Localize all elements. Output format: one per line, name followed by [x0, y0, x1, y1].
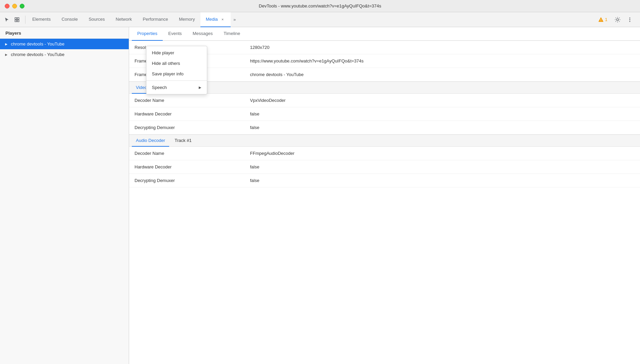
toolbar-icons	[3, 16, 25, 24]
svg-rect-2	[15, 20, 17, 22]
svg-point-5	[617, 19, 619, 21]
audio-decoder-name-key: Decoder Name	[135, 151, 250, 156]
context-menu: Hide player Hide all others Save player …	[146, 46, 207, 94]
audio-decrypting-demuxer-row: Decrypting Demuxer false	[129, 174, 640, 187]
player-item-1[interactable]: ▶ chrome devtools - YouTube	[0, 49, 129, 60]
context-menu-save-player-info[interactable]: Save player info	[146, 69, 207, 79]
video-hardware-decoder-row: Hardware Decoder false	[129, 107, 640, 121]
more-tabs-button[interactable]: »	[231, 12, 238, 27]
player-item-0[interactable]: ▶ chrome devtools - YouTube	[0, 39, 129, 49]
main-toolbar: Elements Console Sources Network Perform…	[0, 12, 640, 27]
sub-tab-bar: Properties Events Messages Timeline	[129, 27, 640, 41]
tab-network[interactable]: Network	[110, 12, 138, 27]
warning-badge[interactable]: ! 1	[595, 16, 610, 24]
video-decoder-name-value: VpxVideoDecoder	[250, 98, 635, 103]
video-decrypting-demuxer-value: false	[250, 125, 635, 130]
main-content: Players ▶ chrome devtools - YouTube ▶ ch…	[0, 27, 640, 364]
sub-tab-messages[interactable]: Messages	[187, 27, 218, 41]
video-hardware-decoder-value: false	[250, 111, 635, 116]
title-bar: DevTools - www.youtube.com/watch?v=e1gAy…	[0, 0, 640, 12]
svg-point-6	[629, 17, 630, 18]
svg-point-7	[629, 19, 630, 20]
svg-rect-1	[17, 18, 19, 19]
right-panel: Properties Events Messages Timeline Reso…	[129, 27, 640, 364]
toolbar-right: ! 1	[595, 15, 637, 24]
video-decrypting-demuxer-row: Decrypting Demuxer false	[129, 121, 640, 134]
audio-decoder-name-value: FFmpegAudioDecoder	[250, 151, 635, 156]
sidebar: Players ▶ chrome devtools - YouTube ▶ ch…	[0, 27, 129, 364]
traffic-lights	[5, 4, 24, 8]
audio-hardware-decoder-key: Hardware Decoder	[135, 164, 250, 169]
section-tab-audio-decoder[interactable]: Audio Decoder	[132, 134, 169, 147]
context-menu-speech[interactable]: Speech ▶	[146, 82, 207, 93]
audio-decoder-section-header: Audio Decoder Track #1	[129, 134, 640, 147]
audio-decrypting-demuxer-value: false	[250, 178, 635, 183]
tab-media[interactable]: Media ×	[200, 12, 231, 27]
settings-icon[interactable]	[613, 15, 622, 24]
context-menu-hide-all-others[interactable]: Hide all others	[146, 58, 207, 69]
tab-performance[interactable]: Performance	[137, 12, 173, 27]
tab-elements[interactable]: Elements	[27, 12, 56, 27]
main-tab-bar: Elements Console Sources Network Perform…	[27, 12, 595, 27]
cursor-icon[interactable]	[3, 16, 11, 24]
video-decoder-name-key: Decoder Name	[135, 98, 250, 103]
audio-hardware-decoder-row: Hardware Decoder false	[129, 160, 640, 174]
tab-memory[interactable]: Memory	[174, 12, 200, 27]
player-name-1: chrome devtools - YouTube	[11, 52, 65, 57]
close-button[interactable]	[5, 4, 10, 8]
player-list: ▶ chrome devtools - YouTube ▶ chrome dev…	[0, 39, 129, 364]
window-title: DevTools - www.youtube.com/watch?v=e1gAy…	[259, 3, 381, 8]
audio-hardware-decoder-value: false	[250, 164, 635, 169]
sub-tab-properties[interactable]: Properties	[132, 27, 163, 41]
player-arrow-0: ▶	[4, 42, 8, 46]
sub-tab-timeline[interactable]: Timeline	[218, 27, 246, 41]
tab-media-close[interactable]: ×	[220, 17, 225, 22]
devtools-container: Elements Console Sources Network Perform…	[0, 12, 640, 364]
property-value-frameurl: https://www.youtube.com/watch?v=e1gAyQuI…	[250, 58, 635, 63]
speech-submenu-arrow: ▶	[199, 86, 201, 89]
inspect-icon[interactable]	[13, 16, 21, 24]
property-value-resolution: 1280x720	[250, 45, 635, 50]
video-hardware-decoder-key: Hardware Decoder	[135, 111, 250, 116]
video-decrypting-demuxer-key: Decrypting Demuxer	[135, 125, 250, 130]
audio-decoder-name-row: Decoder Name FFmpegAudioDecoder	[129, 147, 640, 160]
svg-text:!: !	[600, 18, 601, 22]
warning-icon: !	[598, 17, 604, 22]
context-menu-separator	[146, 80, 207, 81]
player-name-0: chrome devtools - YouTube	[11, 41, 65, 47]
player-arrow-1: ▶	[4, 53, 8, 56]
video-decoder-name-row: Decoder Name VpxVideoDecoder	[129, 94, 640, 107]
section-tab-audio-track1[interactable]: Track #1	[171, 134, 196, 147]
tab-console[interactable]: Console	[56, 12, 83, 27]
minimize-button[interactable]	[12, 4, 17, 8]
audio-decrypting-demuxer-key: Decrypting Demuxer	[135, 178, 250, 183]
svg-rect-0	[15, 18, 17, 19]
sub-tab-events[interactable]: Events	[163, 27, 187, 41]
tab-sources[interactable]: Sources	[83, 12, 110, 27]
more-options-icon[interactable]	[625, 15, 635, 24]
property-value-frametitle: chrome devtools - YouTube	[250, 72, 635, 77]
context-menu-hide-player[interactable]: Hide player	[146, 48, 207, 58]
svg-rect-3	[17, 20, 19, 22]
svg-point-8	[629, 21, 630, 22]
sidebar-title: Players	[0, 27, 129, 39]
maximize-button[interactable]	[20, 4, 24, 8]
